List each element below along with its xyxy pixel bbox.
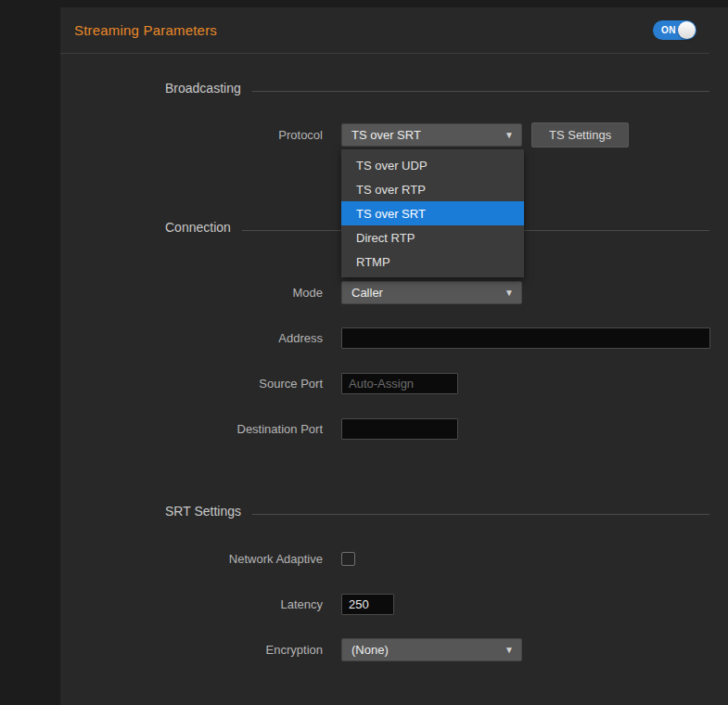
encryption-select[interactable]: (None) ▼ [341,638,522,661]
source-port-row: Source Port [165,371,458,396]
toggle-knob[interactable] [678,21,696,39]
menu-item-ts-over-rtp[interactable]: TS over RTP [341,177,524,201]
section-srt-settings-label: SRT Settings [165,504,252,519]
section-connection-label: Connection [165,220,242,235]
source-port-label: Source Port [165,377,341,391]
section-srt-settings-rule [252,514,709,515]
latency-label: Latency [165,597,341,611]
mode-label: Mode [165,286,341,300]
mode-row: Mode Caller ▼ [165,280,522,305]
section-broadcasting-label: Broadcasting [165,81,252,96]
destination-port-input[interactable] [341,418,458,440]
protocol-select[interactable]: TS over SRT ▼ [341,123,522,147]
encryption-label: Encryption [165,643,341,657]
protocol-row: Protocol TS over SRT ▼ TS Settings [165,122,629,147]
address-label: Address [165,331,341,345]
menu-item-rtmp[interactable]: RTMP [341,250,524,274]
ts-settings-button-label: TS Settings [549,128,611,142]
streaming-parameters-page: Streaming Parameters ON Broadcasting Pro… [0,0,728,705]
ts-settings-button[interactable]: TS Settings [531,122,629,147]
menu-item-ts-over-udp[interactable]: TS over UDP [341,153,524,177]
streaming-on-off-toggle[interactable]: ON [653,20,696,40]
chevron-down-icon: ▼ [504,646,514,655]
protocol-select-value: TS over SRT [351,128,421,142]
menu-item-ts-over-srt[interactable]: TS over SRT [341,201,524,225]
protocol-label: Protocol [165,128,341,142]
chevron-down-icon: ▼ [504,131,514,140]
mode-select-value: Caller [351,286,383,300]
network-adaptive-row: Network Adaptive [165,546,355,571]
network-adaptive-checkbox[interactable] [341,552,355,566]
section-srt-settings: SRT Settings [165,504,709,519]
protocol-dropdown-menu: TS over UDP TS over RTP TS over SRT Dire… [341,149,524,277]
encryption-row: Encryption (None) ▼ [165,637,522,662]
address-input[interactable] [341,327,710,349]
section-broadcasting: Broadcasting [165,81,709,96]
latency-row: Latency [165,592,394,617]
content-panel [60,7,728,705]
address-row: Address [165,326,710,351]
latency-input[interactable] [341,594,394,615]
network-adaptive-label: Network Adaptive [165,552,341,566]
encryption-select-value: (None) [351,643,389,657]
mode-select[interactable]: Caller ▼ [341,281,522,304]
section-broadcasting-rule [252,91,709,92]
toggle-state-label: ON [661,25,676,35]
menu-item-direct-rtp[interactable]: Direct RTP [341,225,524,250]
destination-port-row: Destination Port [165,417,458,442]
header-divider [60,53,709,54]
destination-port-label: Destination Port [165,422,341,436]
source-port-input[interactable] [341,373,458,394]
chevron-down-icon: ▼ [504,288,514,298]
page-title: Streaming Parameters [74,22,217,38]
